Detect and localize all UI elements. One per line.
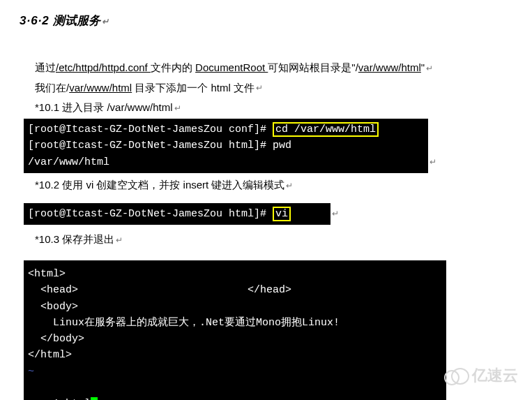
code-line: </body> — [28, 333, 84, 345]
terminal-block-3: <html> <head> </head> <body> Linux在服务器上的… — [20, 256, 512, 400]
spacer — [20, 246, 512, 256]
documentroot-link: DocumentRoot — [195, 61, 268, 73]
intro-line-2: 我们在/var/www/html 目录下添加一个 html 文件↵ — [35, 78, 512, 98]
watermark: 亿速云 — [444, 365, 518, 386]
watermark-text: 亿速云 — [472, 365, 518, 386]
path-link: var/www/html — [358, 61, 421, 73]
code-line: <head> </head> — [28, 284, 291, 296]
code-line: <html> — [28, 268, 66, 280]
code-line: </html> — [28, 349, 72, 361]
command-highlight: cd /var/www/html — [273, 122, 379, 137]
text-segment: 目录下添加一个 html 文件 — [132, 82, 254, 94]
step-text: 保存并退出 — [59, 233, 114, 245]
shell-prompt: [root@Itcast-GZ-DotNet-JamesZou conf]# — [28, 124, 273, 135]
step-10-1: *10.1 进入目录 /var/www/html↵ — [35, 101, 512, 114]
line-marker: ↵ — [426, 61, 433, 77]
intro-line-1: 通过/etc/httpd/httpd.conf 文件内的 DocumentRoo… — [35, 58, 512, 78]
path-link: var/www/html — [69, 82, 132, 94]
step-text: 进入目录 /var/www/html — [59, 101, 173, 113]
heading-title: 测试服务 — [50, 14, 100, 27]
command-highlight: vi — [273, 207, 291, 221]
line-marker: ↵ — [256, 80, 263, 96]
terminal-block-1: [root@Itcast-GZ-DotNet-JamesZou conf]# c… — [20, 114, 512, 173]
terminal-output: [root@Itcast-GZ-DotNet-JamesZou html]# v… — [24, 203, 330, 225]
terminal-line: /var/www/html — [28, 156, 109, 168]
path-link: /etc/httpd/httpd.conf — [56, 61, 151, 73]
step-label: *10.3 — [35, 233, 59, 245]
step-10-3: *10.3 保存并退出↵ — [35, 233, 512, 246]
cloud-icon — [444, 368, 468, 383]
code-line: <body> — [28, 301, 78, 313]
step-label: *10.2 — [35, 179, 59, 191]
terminal-line: [root@Itcast-GZ-DotNet-JamesZou html]# p… — [28, 140, 291, 151]
text-segment: 文件内的 — [151, 61, 195, 73]
cursor-icon — [91, 397, 98, 400]
step-10-2: *10.2 使用 vi 创建空文档，并按 insert 键进入编辑模式↵ — [35, 179, 512, 192]
step-text: 使用 vi 创建空文档，并按 insert 键进入编辑模式 — [59, 179, 284, 191]
line-marker: ↵ — [174, 103, 181, 113]
line-marker: ↵ — [430, 157, 436, 167]
vi-tilde: ~ — [28, 366, 34, 378]
step-label: *10.1 — [35, 101, 59, 113]
terminal-output: [root@Itcast-GZ-DotNet-JamesZou conf]# c… — [24, 119, 428, 173]
line-marker: ↵ — [286, 181, 293, 191]
terminal-block-2: [root@Itcast-GZ-DotNet-JamesZou html]# v… — [20, 199, 512, 225]
line-marker: ↵ — [116, 235, 123, 245]
text-segment: 我们在/ — [35, 82, 69, 94]
vi-editor-output: <html> <head> </head> <body> Linux在服务器上的… — [24, 260, 446, 400]
section-heading: 3·6·2 测试服务↵ — [20, 13, 512, 29]
text-segment: " — [421, 61, 425, 73]
heading-number: 3·6·2 — [20, 14, 50, 27]
line-marker: ↵ — [102, 17, 109, 27]
text-segment: 通过 — [35, 61, 56, 73]
paragraph-intro: 通过/etc/httpd/httpd.conf 文件内的 DocumentRoo… — [35, 58, 512, 98]
shell-prompt: [root@Itcast-GZ-DotNet-JamesZou html]# — [28, 208, 273, 220]
text-segment: 可知网站根目录是"/ — [268, 61, 358, 73]
spacer — [20, 192, 512, 199]
line-marker: ↵ — [332, 209, 339, 218]
code-line: Linux在服务器上的成就巨大，.Net要通过Mono拥抱Linux! — [28, 317, 340, 329]
